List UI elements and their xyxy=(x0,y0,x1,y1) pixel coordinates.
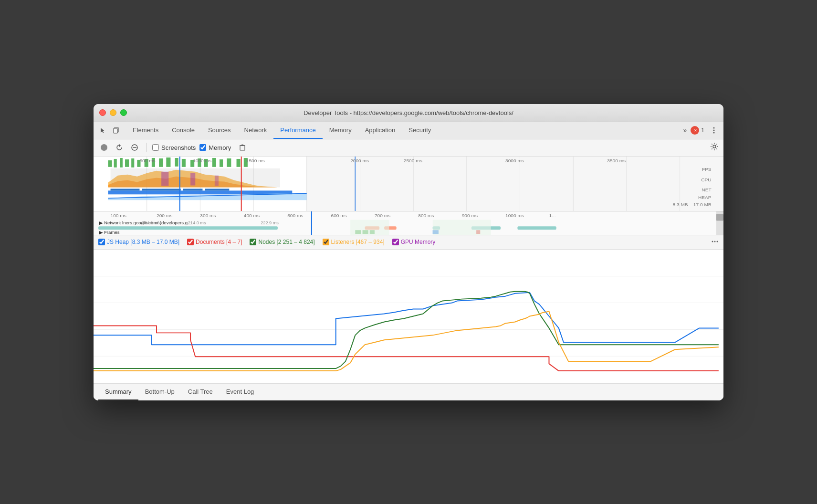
svg-rect-11 xyxy=(240,146,245,150)
screenshots-toggle[interactable]: Screenshots xyxy=(152,144,196,151)
timeline-overview[interactable]: 500 ms 1000 ms 1500 ms 2000 ms 2500 ms 3… xyxy=(94,157,723,211)
tab-elements[interactable]: Elements xyxy=(126,122,165,139)
legend-nodes[interactable]: Nodes [2 251 – 4 824] xyxy=(250,239,314,245)
tab-call-tree[interactable]: Call Tree xyxy=(181,383,220,400)
svg-text:NET: NET xyxy=(702,187,711,192)
svg-text:CPU: CPU xyxy=(701,177,711,182)
copy-icon[interactable] xyxy=(111,125,122,136)
tab-bar: Elements Console Sources Network Perform… xyxy=(94,122,723,139)
settings-button[interactable] xyxy=(710,142,719,153)
svg-rect-26 xyxy=(108,160,112,167)
more-tabs-button[interactable]: » xyxy=(680,126,691,134)
minimize-button[interactable] xyxy=(110,109,116,116)
legend-listeners[interactable]: Listeners [467 – 934] xyxy=(323,239,385,245)
svg-rect-27 xyxy=(114,158,117,167)
svg-text:600 ms: 600 ms xyxy=(331,212,347,218)
svg-rect-56 xyxy=(205,189,230,190)
title-bar: Developer Tools - https://developers.goo… xyxy=(94,104,723,122)
svg-rect-95 xyxy=(517,226,556,230)
legend-listeners-label: Listeners [467 – 934] xyxy=(331,239,385,245)
tab-network[interactable]: Network xyxy=(238,122,274,139)
maximize-button[interactable] xyxy=(120,109,127,116)
legend-listeners-checkbox[interactable] xyxy=(323,239,329,245)
svg-rect-29 xyxy=(125,159,129,167)
svg-text:214.0 ms: 214.0 ms xyxy=(188,220,206,225)
tab-event-log[interactable]: Event Log xyxy=(220,383,261,400)
legend-documents-checkbox[interactable] xyxy=(187,239,194,245)
menu-icon[interactable] xyxy=(708,125,720,136)
clear-button[interactable] xyxy=(129,142,140,153)
svg-text:1000 ms: 1000 ms xyxy=(505,212,524,218)
svg-text:222.9 ms: 222.9 ms xyxy=(261,220,279,225)
svg-text:1...: 1... xyxy=(549,212,555,218)
tab-performance[interactable]: Performance xyxy=(273,122,322,139)
cursor-icon[interactable] xyxy=(97,125,109,136)
svg-text:700 ms: 700 ms xyxy=(375,212,390,218)
tab-list: Elements Console Sources Network Perform… xyxy=(126,122,680,139)
legend-documents[interactable]: Documents [4 – 7] xyxy=(187,239,242,245)
svg-point-7 xyxy=(101,144,107,151)
svg-point-108 xyxy=(714,241,716,242)
close-button[interactable] xyxy=(99,109,106,116)
memory-chart-svg xyxy=(94,250,723,383)
tab-security[interactable]: Security xyxy=(402,122,438,139)
svg-text:8.3 MB – 17.0 MB: 8.3 MB – 17.0 MB xyxy=(672,202,711,207)
svg-text:✕: ✕ xyxy=(694,128,697,133)
error-indicator: ✕ 1 xyxy=(691,126,704,135)
legend-gpu[interactable]: GPU Memory xyxy=(392,239,436,245)
svg-text:1500 ms: 1500 ms xyxy=(246,158,265,163)
svg-rect-103 xyxy=(433,220,491,234)
timeline-detail-row: 100 ms 200 ms 300 ms 400 ms 500 ms 600 m… xyxy=(94,211,723,235)
svg-text:500 ms: 500 ms xyxy=(287,212,303,218)
svg-rect-44 xyxy=(237,158,241,167)
svg-rect-62 xyxy=(307,157,723,211)
legend-gpu-label: GPU Memory xyxy=(401,239,436,245)
svg-rect-42 xyxy=(220,159,223,167)
detail-row-svg: 100 ms 200 ms 300 ms 400 ms 500 ms 600 m… xyxy=(94,211,723,235)
tab-icons xyxy=(97,125,122,136)
svg-rect-13 xyxy=(241,145,243,146)
svg-point-14 xyxy=(713,145,716,148)
svg-rect-30 xyxy=(131,158,134,167)
svg-text:2500 ms: 2500 ms xyxy=(404,158,422,163)
svg-point-6 xyxy=(713,132,715,134)
svg-point-109 xyxy=(717,241,718,242)
refresh-button[interactable] xyxy=(114,142,125,153)
memory-chart[interactable] xyxy=(94,250,723,383)
trash-icon[interactable] xyxy=(237,142,248,153)
legend-gpu-checkbox[interactable] xyxy=(392,239,399,245)
svg-text:364.9 ms: 364.9 ms xyxy=(142,220,160,225)
svg-rect-41 xyxy=(212,158,216,167)
tab-summary[interactable]: Summary xyxy=(98,383,138,400)
svg-text:500 ms: 500 ms xyxy=(139,158,155,163)
devtools-window: Developer Tools - https://developers.goo… xyxy=(94,104,723,400)
devtools-body: Elements Console Sources Network Perform… xyxy=(94,122,723,400)
tab-right-controls: ✕ 1 xyxy=(691,125,720,136)
tab-bottom-up[interactable]: Bottom-Up xyxy=(138,383,181,400)
legend-js-heap[interactable]: JS Heap [8.3 MB – 17.0 MB] xyxy=(98,239,179,245)
record-button[interactable] xyxy=(98,142,110,153)
svg-rect-43 xyxy=(227,158,231,167)
svg-text:100 ms: 100 ms xyxy=(111,212,126,218)
window-title: Developer Tools - https://developers.goo… xyxy=(304,109,513,116)
screenshots-checkbox[interactable] xyxy=(152,144,159,151)
svg-text:300 ms: 300 ms xyxy=(200,212,216,218)
legend-nodes-checkbox[interactable] xyxy=(250,239,256,245)
svg-rect-36 xyxy=(175,158,178,166)
toolbar-separator-1 xyxy=(146,143,147,152)
memory-checkbox[interactable] xyxy=(199,144,206,151)
legend-menu-icon[interactable] xyxy=(711,238,719,247)
tab-console[interactable]: Console xyxy=(165,122,201,139)
svg-rect-28 xyxy=(120,158,123,167)
tab-memory[interactable]: Memory xyxy=(323,122,358,139)
legend-documents-label: Documents [4 – 7] xyxy=(196,239,242,245)
memory-toggle[interactable]: Memory xyxy=(199,144,231,151)
svg-rect-54 xyxy=(142,189,181,190)
svg-text:FPS: FPS xyxy=(702,166,712,171)
tab-application[interactable]: Application xyxy=(358,122,402,139)
svg-text:400 ms: 400 ms xyxy=(244,212,260,218)
legend-js-heap-checkbox[interactable] xyxy=(98,239,105,245)
svg-rect-90 xyxy=(98,226,278,230)
tab-sources[interactable]: Sources xyxy=(201,122,238,139)
legend-js-heap-label: JS Heap [8.3 MB – 17.0 MB] xyxy=(107,239,179,245)
